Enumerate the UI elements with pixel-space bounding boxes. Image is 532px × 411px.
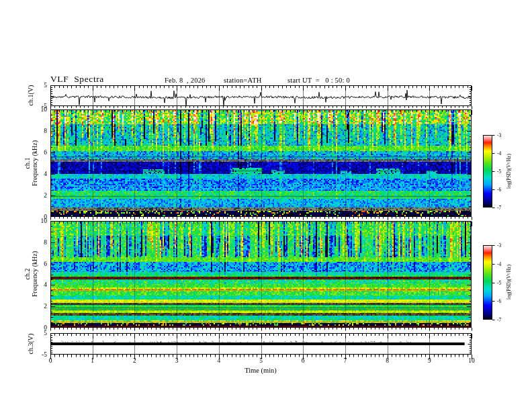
colorbar-tick-label: -6 — [497, 187, 501, 193]
x-tick-label: 4 — [217, 357, 220, 364]
colorbar-tick-label: -5 — [497, 169, 501, 175]
vlf-spectra-figure: VLF Spectra Feb. 8 , 2026 station=ATH st… — [0, 0, 532, 411]
x-tick-label: 3 — [175, 357, 179, 364]
x-axis-title: Time (min) — [245, 367, 277, 374]
x-tick-label: 10 — [468, 357, 475, 364]
y-tick-label: 10 — [30, 106, 47, 113]
x-tick-label: 1 — [91, 357, 94, 364]
y-tick-label: 6 — [30, 149, 47, 156]
ch2-spec-axis-title: ch.2 Frequency (kHz) — [24, 251, 38, 297]
y-tick-label: 8 — [30, 128, 47, 134]
ch2-spec-axis-title-line2: Frequency (kHz) — [31, 251, 38, 297]
x-tick-label: 8 — [386, 357, 389, 364]
colorbar-tick-label: -3 — [497, 132, 501, 138]
colorbar-tick-label: -4 — [497, 261, 501, 267]
ch1-spec-axis-title-line2: Frequency (kHz) — [31, 140, 38, 186]
y-tick-label: 5 — [30, 82, 47, 89]
colorbar-tick-label: -7 — [497, 205, 501, 211]
x-tick-label: 7 — [344, 357, 347, 364]
y-tick-label: 2 — [30, 192, 47, 199]
y-tick-label: 4 — [30, 281, 47, 288]
ch2-spec-axis-title-line1: ch.2 — [24, 251, 31, 297]
start-ut-label: start UT = 0 : 50: 0 — [287, 77, 350, 84]
page-title: VLF Spectra — [50, 74, 104, 85]
y-tick-label: 4 — [30, 171, 47, 177]
y-tick-label: 5 — [30, 330, 47, 336]
colorbar-tick-label: -6 — [497, 298, 501, 304]
colorbar1-title: log(PSD)(V²/Hz) — [506, 154, 512, 189]
y-tick-label: -5 — [30, 351, 47, 358]
date-label: Feb. 8 , 2026 — [165, 77, 206, 84]
station-label: station=ATH — [224, 77, 262, 84]
x-tick-label: 6 — [302, 357, 305, 364]
figure-canvas — [0, 0, 532, 411]
y-tick-label: 8 — [30, 239, 47, 246]
colorbar-tick-label: -5 — [497, 279, 501, 285]
colorbar-tick-label: -3 — [497, 242, 501, 248]
ch1-spec-axis-title: ch.1 Frequency (kHz) — [24, 140, 38, 186]
y-tick-label: 2 — [30, 303, 47, 310]
x-tick-label: 5 — [259, 357, 263, 364]
colorbar2-title: log(PSD)(V²/Hz) — [506, 265, 512, 300]
x-tick-label: 9 — [428, 357, 431, 364]
ch1-spec-axis-title-line1: ch.1 — [24, 140, 31, 186]
y-tick-label: 6 — [30, 261, 47, 267]
x-tick-label: 2 — [133, 357, 136, 364]
x-tick-label: 0 — [49, 357, 52, 364]
colorbar-tick-label: -7 — [497, 317, 501, 323]
colorbar-tick-label: -4 — [497, 150, 501, 156]
y-tick-label: 10 — [30, 218, 47, 224]
